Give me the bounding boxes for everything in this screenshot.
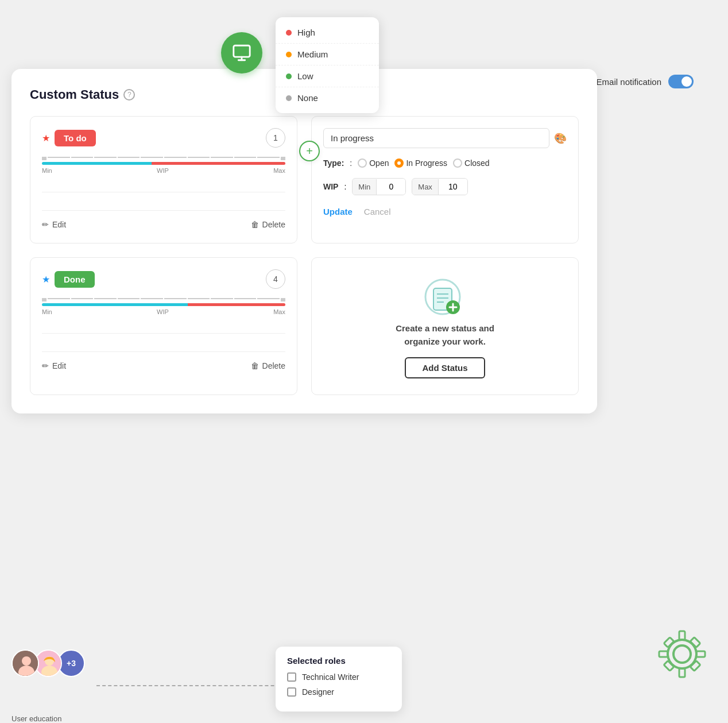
min-label: Min <box>353 179 377 195</box>
add-status-svg-illustration <box>422 274 468 320</box>
done-wip-labels: Min WIP Max <box>42 308 285 315</box>
plus-icon: + <box>306 145 313 158</box>
todo-status-card: ★ To do 1 <box>30 116 297 243</box>
radio-inprogress <box>394 158 404 168</box>
radio-closed <box>453 158 462 168</box>
dashed-connector-line <box>96 685 297 686</box>
done-edit-button[interactable]: ✏ Edit <box>42 359 66 373</box>
role-checkbox-designer[interactable] <box>287 687 296 697</box>
svg-rect-18 <box>679 631 685 640</box>
floating-monitor-button[interactable] <box>221 32 262 74</box>
email-notification-toggle[interactable] <box>668 75 694 88</box>
pencil-icon: ✏ <box>42 220 49 229</box>
todo-wip-bar: Min WIP Max <box>42 157 285 174</box>
email-notification: Email notification <box>597 75 694 88</box>
trash-icon: 🗑 <box>251 220 259 229</box>
type-label: Type: <box>323 158 344 168</box>
done-count: 4 <box>266 269 285 289</box>
type-open-option[interactable]: Open <box>358 158 389 168</box>
priority-item-low[interactable]: Low <box>276 65 379 87</box>
edit-actions: Update Cancel <box>323 207 567 216</box>
status-name-input[interactable] <box>323 128 549 148</box>
svg-point-17 <box>673 645 691 663</box>
max-label: Max <box>412 179 439 195</box>
edit-palette-icon[interactable]: 🎨 <box>554 132 567 145</box>
add-status-plus-button[interactable]: + <box>299 141 320 161</box>
type-inprogress-option[interactable]: In Progress <box>394 158 447 168</box>
priority-label-medium: Medium <box>297 49 328 59</box>
radio-open <box>358 158 367 168</box>
done-card-left: ★ Done <box>42 271 95 288</box>
role-checkbox-technical-writer[interactable] <box>287 672 296 682</box>
done-wip-bar: Min WIP Max <box>42 298 285 315</box>
help-icon[interactable]: ? <box>123 89 135 100</box>
todo-delete-button[interactable]: 🗑 Delete <box>251 218 285 231</box>
priority-item-none[interactable]: None <box>276 87 379 109</box>
avatar-1[interactable] <box>11 649 39 677</box>
role-item-designer[interactable]: Designer <box>287 687 390 697</box>
priority-dot-high <box>286 30 292 36</box>
done-edit-label: Edit <box>52 361 66 370</box>
priority-label-high: High <box>297 28 315 37</box>
wip-label: WIP <box>323 182 338 191</box>
priority-label-none: None <box>297 93 318 103</box>
svg-rect-24 <box>664 661 674 671</box>
toggle-knob <box>681 76 692 87</box>
update-button[interactable]: Update <box>323 207 353 216</box>
todo-delete-label: Delete <box>262 220 285 229</box>
todo-edit-label: Edit <box>52 220 66 229</box>
type-closed-label: Closed <box>464 158 490 168</box>
main-card: Custom Status ? ★ To do 1 <box>11 69 597 413</box>
type-inprogress-label: In Progress <box>406 158 447 168</box>
priority-item-medium[interactable]: Medium <box>276 44 379 65</box>
avatar-2-img <box>36 651 62 677</box>
done-min-label: Min <box>42 308 52 315</box>
user-avatars-group: +3 <box>11 649 85 677</box>
edit-status-card: 🎨 Type: : Open In Progress Closed <box>311 116 579 243</box>
help-label: ? <box>127 91 131 99</box>
email-notification-label: Email notification <box>597 77 661 87</box>
done-pencil-icon: ✏ <box>42 361 49 370</box>
done-delete-button[interactable]: 🗑 Delete <box>251 359 285 373</box>
min-value-input[interactable] <box>377 179 405 195</box>
avatar-more-count: +3 <box>67 659 76 668</box>
done-spacer2 <box>42 338 285 352</box>
svg-point-12 <box>22 656 31 666</box>
type-row: Type: : Open In Progress Closed <box>323 158 567 168</box>
svg-rect-21 <box>696 651 705 657</box>
todo-star-icon[interactable]: ★ <box>42 133 50 144</box>
done-card-actions: ✏ Edit 🗑 Delete <box>42 359 285 373</box>
page-title: Custom Status <box>30 87 119 102</box>
svg-rect-25 <box>690 661 700 671</box>
done-card-header: ★ Done 4 <box>42 269 285 289</box>
priority-dot-medium <box>286 52 292 57</box>
gear-svg <box>648 620 717 689</box>
wip-colon: : <box>344 182 346 191</box>
todo-edit-button[interactable]: ✏ Edit <box>42 218 66 231</box>
svg-rect-0 <box>234 45 250 57</box>
max-value-input[interactable] <box>439 179 467 195</box>
roles-popup-title: Selected roles <box>287 656 390 666</box>
todo-count: 1 <box>266 128 285 148</box>
done-badge: Done <box>55 271 95 288</box>
todo-spacer2 <box>42 197 285 211</box>
add-status-card: Create a new status andorganize your wor… <box>311 257 579 395</box>
role-item-technical-writer[interactable]: Technical Writer <box>287 672 390 682</box>
role-label-technical-writer: Technical Writer <box>302 672 359 682</box>
svg-rect-22 <box>664 637 674 648</box>
gear-icon <box>648 620 717 689</box>
priority-item-high[interactable]: High <box>276 22 379 44</box>
add-status-illustration <box>422 274 468 322</box>
todo-wip-label: WIP <box>157 167 169 174</box>
priority-dropdown: High Medium Low None <box>276 17 379 113</box>
done-star-icon[interactable]: ★ <box>42 274 50 285</box>
max-input-group: Max <box>412 178 468 195</box>
done-trash-icon: 🗑 <box>251 361 259 370</box>
monitor-icon <box>232 43 251 63</box>
done-spacer1 <box>42 320 285 334</box>
done-max-label: Max <box>273 308 285 315</box>
type-closed-option[interactable]: Closed <box>453 158 490 168</box>
cancel-button[interactable]: Cancel <box>364 207 391 216</box>
selected-roles-popup: Selected roles Technical Writer Designer <box>276 647 402 712</box>
add-status-button[interactable]: Add Status <box>405 357 485 378</box>
